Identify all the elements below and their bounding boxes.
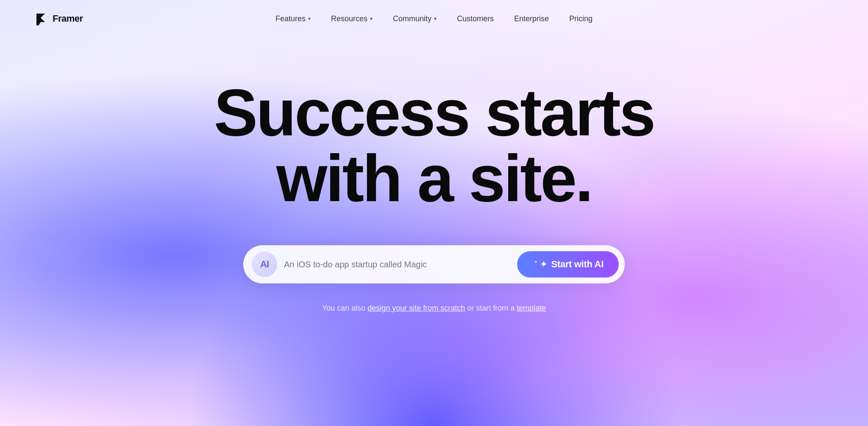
hero-title: Success starts with a site. [214, 80, 654, 211]
nav-resources-chevron: ▾ [370, 16, 373, 22]
nav-community-label: Community [393, 14, 431, 23]
start-ai-button[interactable]: ✦ Start with AI [517, 251, 619, 277]
navbar: Framer Features ▾ Resources ▾ Community … [0, 0, 868, 37]
nav-pricing-label: Pricing [569, 14, 593, 23]
logo-area[interactable]: Framer [34, 12, 83, 25]
nav-pricing[interactable]: Pricing [569, 14, 593, 23]
sparkle-icon: ✦ [540, 259, 547, 269]
ai-search-bar: AI ✦ Start with AI [243, 245, 625, 283]
hero-section: Success starts with a site. AI ✦ Start w… [0, 37, 868, 313]
logo-text: Framer [53, 13, 83, 24]
nav-community[interactable]: Community ▾ [393, 14, 437, 23]
bottom-middle: or start from a [465, 304, 517, 312]
search-input[interactable] [284, 260, 510, 269]
bottom-cta-text: You can also design your site from scrat… [322, 304, 546, 313]
nav-community-chevron: ▾ [434, 16, 437, 22]
framer-logo-icon [34, 12, 47, 25]
nav-menu: Features ▾ Resources ▾ Community ▾ Custo… [275, 14, 593, 23]
nav-enterprise[interactable]: Enterprise [514, 14, 549, 23]
scratch-link[interactable]: design your site from scratch [367, 304, 465, 312]
start-ai-label: Start with AI [551, 259, 604, 270]
nav-enterprise-label: Enterprise [514, 14, 549, 23]
hero-title-line1: Success starts [214, 76, 654, 149]
nav-features[interactable]: Features ▾ [275, 14, 311, 23]
bottom-prefix: You can also [322, 304, 367, 312]
hero-title-line2: with a site. [276, 142, 592, 215]
nav-resources-label: Resources [331, 14, 367, 23]
nav-resources[interactable]: Resources ▾ [331, 14, 373, 23]
ai-icon-circle: AI [252, 252, 277, 277]
nav-features-chevron: ▾ [308, 16, 311, 22]
ai-icon-label: AI [260, 259, 269, 270]
nav-customers[interactable]: Customers [457, 14, 494, 23]
nav-features-label: Features [275, 14, 306, 23]
template-link[interactable]: template [517, 304, 546, 312]
nav-customers-label: Customers [457, 14, 494, 23]
